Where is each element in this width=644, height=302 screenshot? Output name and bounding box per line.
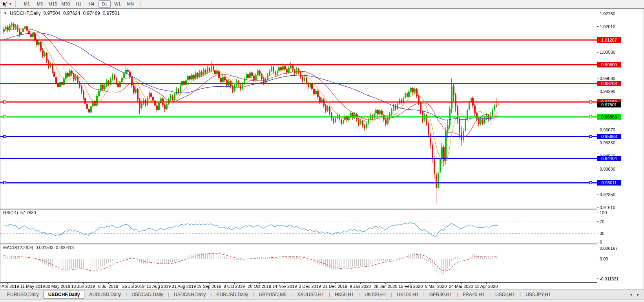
date-axis-label: 25 Jul 2019 xyxy=(122,284,145,289)
rsi-axis-label: 30 xyxy=(600,231,604,236)
date-axis-label: 13 Aug 2019 xyxy=(146,284,171,289)
date-axis-tick xyxy=(83,283,84,284)
price-level-badge: 0.97501 xyxy=(597,102,621,107)
chart-low-value: 0.97469 xyxy=(83,11,100,16)
timeframe-button-m15[interactable]: M15 xyxy=(47,0,59,8)
toolbar-grip-handle[interactable] xyxy=(15,1,18,7)
price-axis-label: 0.98290 xyxy=(600,89,615,94)
date-axis-tick xyxy=(410,283,411,284)
date-axis-label: 11 May 2019 xyxy=(20,284,45,289)
main-price-chart-canvas[interactable] xyxy=(0,9,597,209)
date-axis-label: 6 Jul 2019 xyxy=(98,284,118,289)
timeframe-toolbar: ▼ M1M5M15M30H1H4D1W1MN xyxy=(0,0,644,9)
tab-usdjpy-h1[interactable]: USDJPY,H1 xyxy=(521,291,555,298)
price-axis-label: 0.96070 xyxy=(600,127,615,132)
toolbar-divider xyxy=(140,1,140,7)
macd-label: MACD(12,26,9) 0.001543 0.000413 xyxy=(3,245,74,250)
cursor-tool-button[interactable]: ▼ xyxy=(1,1,13,7)
price-level-badge: 0.94404 xyxy=(597,156,621,161)
date-axis-label: 18 Jun 2019 xyxy=(71,284,95,289)
date-axis-label: 31 Aug 2019 xyxy=(172,284,196,289)
chart-window: ▼ USDCHF,Daily 0.97504 0.97624 0.97469 0… xyxy=(0,8,644,290)
price-level-badge: 1.01207 xyxy=(597,37,621,43)
timeframe-button-mn[interactable]: MN xyxy=(124,0,137,8)
date-axis-tick xyxy=(285,283,285,284)
price-axis-label: 0.95330 xyxy=(600,140,615,145)
price-axis-label: 0.92350 xyxy=(600,192,615,197)
tab-scroll-left-icon[interactable]: ◄ xyxy=(629,293,633,297)
macd-signal-value: 0.000413 xyxy=(56,245,74,250)
macd-main-value: 0.001543 xyxy=(35,245,53,250)
status-strip xyxy=(0,299,644,302)
date-axis-label: 30 May 2019 xyxy=(46,284,71,289)
date-axis-label: 3 Dec 2019 xyxy=(299,284,321,289)
cursor-icon xyxy=(2,2,7,7)
tab-scroll-right-icon[interactable]: ► xyxy=(637,293,640,297)
price-axis-label: 1.00530 xyxy=(600,50,615,55)
price-axis-label: 1.02010 xyxy=(600,24,615,29)
mt4-application-window: ▼ M1M5M15M30H1H4D1W1MN ▼ USDCHF,Daily 0.… xyxy=(0,0,644,302)
timeframe-button-w1[interactable]: W1 xyxy=(111,0,124,8)
tab-eurusd-daily[interactable]: EURUSD,Daily xyxy=(2,291,44,298)
rsi-indicator-canvas[interactable] xyxy=(0,209,597,244)
date-axis[interactable]: 23 Apr 201911 May 201930 May 201918 Jun … xyxy=(0,282,597,289)
date-axis-tick xyxy=(184,283,184,284)
timeframe-button-m30[interactable]: M30 xyxy=(60,0,72,8)
rsi-value: 57.7830 xyxy=(20,210,36,215)
date-axis-tick xyxy=(486,283,487,284)
date-axis-tick xyxy=(310,283,310,284)
timeframe-button-m5[interactable]: M5 xyxy=(34,0,46,8)
tab-fra40-h1[interactable]: FRA40,H1 xyxy=(458,291,489,298)
tab-usdchf-daily[interactable]: USDCHF,Daily xyxy=(44,291,85,298)
tab-hk50-h1[interactable]: HK50,H1 xyxy=(330,291,359,298)
date-axis-label: 15 Feb 2020 xyxy=(399,284,423,289)
chart-dropdown-icon[interactable]: ▼ xyxy=(4,11,7,15)
timeframe-button-h1[interactable]: H1 xyxy=(73,0,85,8)
date-axis-tick xyxy=(159,283,159,284)
price-axis-label: 0.91610 xyxy=(600,205,615,210)
price-axis-label: 0.99030 xyxy=(600,76,615,81)
date-axis-tick xyxy=(259,283,260,284)
tab-uk100-h1[interactable]: UK100,H1 xyxy=(360,291,391,298)
chevron-down-icon: ▼ xyxy=(9,2,12,6)
timeframe-button-m1[interactable]: M1 xyxy=(21,0,33,8)
chart-high-value: 0.97624 xyxy=(63,11,80,16)
price-level-badge: 0.95663 xyxy=(597,134,621,139)
date-axis-tick xyxy=(58,283,58,284)
date-axis-tick xyxy=(133,283,134,284)
macd-axis-label: -0.011531 xyxy=(600,277,619,281)
date-axis-tick xyxy=(461,283,462,284)
timeframe-button-d1[interactable]: D1 xyxy=(99,0,111,8)
tab-uk100-h1[interactable]: UK100,H1 xyxy=(392,291,423,298)
tab-gbpusd-m5[interactable]: GBPUSD,M5 xyxy=(254,291,291,298)
tab-scroll-arrows: ◄ ► xyxy=(629,293,640,297)
timeframe-button-h4[interactable]: H4 xyxy=(86,0,98,8)
tab-ger30-h1[interactable]: GER30,H1 xyxy=(425,291,457,298)
date-axis-label: 8 Oct 2019 xyxy=(224,284,245,289)
chart-open-value: 0.97504 xyxy=(44,11,60,16)
tab-usdcad-daily[interactable]: USDCAD,Daily xyxy=(127,291,168,298)
chart-tab-bar: EURUSD,DailyUSDCHF,DailyAUDUSD,Daily|USD… xyxy=(0,289,644,300)
date-axis-label: 26 Oct 2019 xyxy=(248,284,271,289)
date-axis-tick xyxy=(234,283,235,284)
chart-title: ▼ USDCHF,Daily 0.97504 0.97624 0.97469 0… xyxy=(4,11,120,16)
date-axis-tick xyxy=(209,283,210,284)
chart-close-value: 0.97501 xyxy=(103,11,120,16)
tab-xauusd-h1[interactable]: XAUUSD,H1 xyxy=(292,291,329,298)
macd-axis-label: 0.00 xyxy=(600,257,608,261)
rsi-axis-label: 70 xyxy=(600,219,604,224)
chart-symbol-label: USDCHF,Daily xyxy=(10,11,41,16)
macd-axis-label: 0.006167 xyxy=(600,246,618,251)
tab-usdcnh-daily[interactable]: USDCNH,Daily xyxy=(169,291,210,298)
date-axis-label: 9 Jan 2020 xyxy=(350,284,371,289)
date-axis-label: 28 Jan 2020 xyxy=(374,284,398,289)
macd-indicator-canvas[interactable] xyxy=(0,244,597,282)
date-axis-tick xyxy=(360,283,361,284)
tab-eurusd-daily[interactable]: EURUSD,Daily xyxy=(212,291,253,298)
tab-audusd-daily[interactable]: AUDUSD,Daily xyxy=(84,291,126,298)
date-axis-tick xyxy=(33,283,33,284)
rsi-label: RSI(14) 57.7830 xyxy=(3,210,36,215)
price-level-badge: 0.97658 xyxy=(597,99,621,105)
tab-usoil-h1[interactable]: USOil,H1 xyxy=(491,291,520,298)
date-axis-label: 19 Sep 2019 xyxy=(197,284,221,289)
